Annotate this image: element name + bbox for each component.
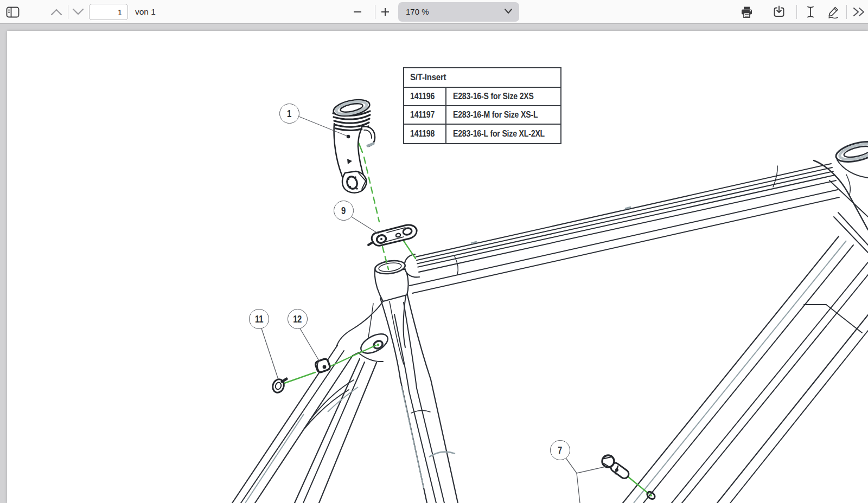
table-title: S/T-Insert [410, 72, 446, 83]
printer-icon [741, 6, 753, 18]
zoom-level-value: 170 % [406, 7, 429, 16]
text-select-button[interactable] [802, 4, 819, 20]
sidebar-toggle-icon [6, 6, 20, 18]
zoom-in-button[interactable] [377, 4, 393, 20]
toolbar-separator [846, 5, 847, 19]
callout-9: 9 [334, 201, 354, 221]
toolbar-separator [68, 5, 68, 19]
callout-label: 1 [288, 108, 292, 120]
table-row: 141196 E283-16-S for Size 2XS [404, 88, 560, 106]
page-count-label: von 1 [135, 7, 156, 17]
callout-1: 1 [279, 104, 299, 124]
zoom-level-dropdown[interactable]: 170 % [398, 2, 519, 22]
chevron-down-icon [72, 8, 84, 16]
table-title-row: S/T-Insert [404, 68, 560, 88]
text-cursor-icon [806, 5, 815, 18]
page-number-input[interactable] [89, 4, 128, 20]
article-description: E283-16-M for Size XS-L [453, 110, 538, 120]
callout-11: 11 [249, 309, 269, 329]
insert-size-table: S/T-Insert 141196 E283-16-S for Size 2XS… [403, 67, 561, 144]
callout-12: 12 [288, 309, 308, 329]
article-number: 141198 [410, 129, 435, 139]
minus-icon [353, 7, 362, 17]
next-page-button[interactable] [70, 4, 86, 20]
zoom-out-button[interactable] [349, 4, 366, 20]
article-description: E283-16-L for Size XL-2XL [453, 129, 545, 139]
callout-label: 12 [293, 313, 302, 325]
toolbar-separator [796, 5, 797, 19]
chevron-down-icon [504, 8, 513, 14]
table-row: 141198 E283-16-L for Size XL-2XL [404, 125, 560, 143]
sidebar-toggle-button[interactable] [4, 4, 21, 20]
more-tools-button[interactable] [851, 4, 867, 20]
callout-label: 9 [342, 205, 346, 217]
viewer-toolbar: von 1 170 % [0, 0, 868, 24]
download-icon [773, 5, 786, 18]
print-button[interactable] [738, 4, 755, 20]
download-button[interactable] [771, 4, 787, 20]
callout-label: 11 [255, 313, 263, 325]
toolbar-separator [375, 5, 375, 19]
table-row: 141197 E283-16-M for Size XS-L [404, 106, 560, 125]
annotate-button[interactable] [825, 4, 841, 20]
chevron-up-icon [50, 8, 62, 16]
double-chevron-right-icon [852, 7, 865, 17]
previous-page-button[interactable] [48, 4, 65, 20]
article-description: E283-16-S for Size 2XS [453, 92, 534, 101]
callout-7: 7 [550, 440, 570, 460]
callout-label: 7 [558, 444, 563, 456]
article-number: 141196 [410, 92, 435, 101]
pdf-viewer: { "viewer": { "toolbar": { "page_input_v… [0, 0, 868, 503]
plus-icon [380, 7, 390, 17]
article-number: 141197 [410, 110, 435, 120]
pen-icon [827, 5, 840, 19]
